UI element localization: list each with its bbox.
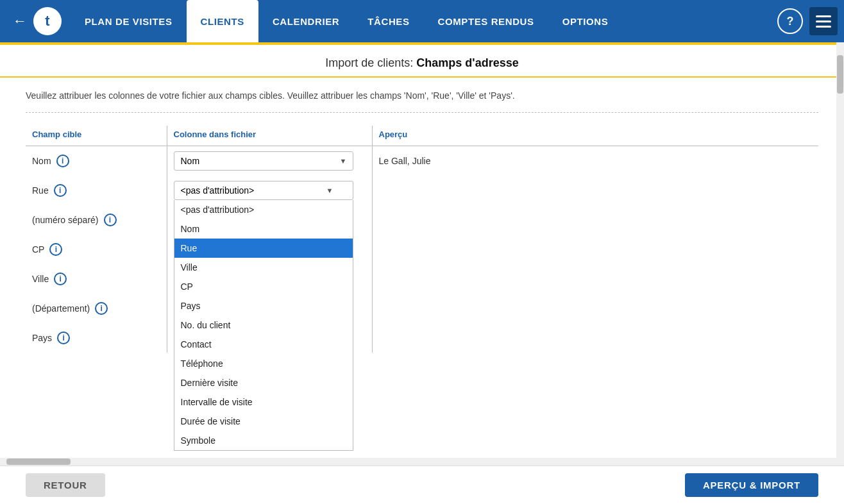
menu-icon-line xyxy=(816,21,831,22)
dropdown-item-no-client[interactable]: No. du client xyxy=(174,315,353,335)
menu-icon-line xyxy=(816,15,831,17)
dropdown-item-pas-attribution[interactable]: <pas d'attribution> xyxy=(174,200,353,219)
table-row: (Département) i <pas d'attribution> xyxy=(26,294,818,323)
field-row-cp: CP i xyxy=(32,243,160,256)
nav-item-calendrier[interactable]: CALENDRIER xyxy=(258,0,353,42)
table-row: (numéro séparé) i <pas d'attribution> xyxy=(26,205,818,235)
nav-item-taches[interactable]: TÂCHES xyxy=(353,0,423,42)
table-row: Nom i Nom Le Gall, Julie xyxy=(26,146,818,176)
navbar: ← t PLAN DE VISITES CLIENTS CALENDRIER T… xyxy=(0,0,844,42)
horizontal-scrollbar[interactable] xyxy=(0,458,836,466)
field-label-departement: (Département) xyxy=(32,303,90,314)
col-header-colonne: Colonne dans fichier xyxy=(167,126,372,146)
dropdown-item-ville[interactable]: Ville xyxy=(174,258,353,277)
info-icon-nom[interactable]: i xyxy=(56,155,69,167)
dropdown-item-pays[interactable]: Pays xyxy=(174,296,353,315)
apercu-nom: Le Gall, Julie xyxy=(379,156,431,166)
table-row: Ville i <pas d'attribution> xyxy=(26,264,818,294)
field-row-departement: (Département) i xyxy=(32,302,160,315)
page-header: Import de clients: Champs d'adresse xyxy=(0,45,844,78)
nav-item-plan-de-visites[interactable]: PLAN DE VISITES xyxy=(71,0,187,42)
field-row-ville: Ville i xyxy=(32,273,160,285)
dropdown-item-duree-visite[interactable]: Durée de visite xyxy=(174,412,353,431)
dropdown-item-contact[interactable]: Contact xyxy=(174,335,353,354)
retour-button[interactable]: RETOUR xyxy=(26,473,105,497)
field-label-numero: (numéro séparé) xyxy=(32,215,99,225)
dropdown-item-derniere-visite[interactable]: Dernière visite xyxy=(174,373,353,392)
import-button[interactable]: APERÇU & IMPORT xyxy=(685,473,818,497)
dropdown-trigger-value: <pas d'attribution> xyxy=(181,185,255,196)
dropdown-item-telephone[interactable]: Téléphone xyxy=(174,354,353,373)
field-row-numero: (numéro séparé) i xyxy=(32,214,160,226)
dropdown-item-rue[interactable]: Rue xyxy=(174,239,353,258)
page-title-prefix: Import de clients: xyxy=(325,56,416,69)
menu-button[interactable] xyxy=(809,7,838,35)
logo: t xyxy=(33,7,62,35)
scrollbar-thumb[interactable] xyxy=(837,55,843,94)
page-title-bold: Champs d'adresse xyxy=(416,56,518,69)
dropdown-item-intervalle-visite[interactable]: Intervalle de visite xyxy=(174,392,353,412)
field-label-pays: Pays xyxy=(32,333,52,343)
field-row-nom: Nom i xyxy=(32,155,160,167)
content: Veuillez attribuer les colonnes de votre… xyxy=(0,78,844,365)
table-row: Rue i <pas d'attribution> <pas d'attribu… xyxy=(26,176,818,205)
table-row: CP i <pas d'attribution> xyxy=(26,235,818,264)
nav-item-comptes-rendus[interactable]: COMPTES RENDUS xyxy=(424,0,548,42)
nav-item-options[interactable]: OPTIONS xyxy=(548,0,623,42)
field-label-ville: Ville xyxy=(32,274,49,284)
select-wrapper-nom: Nom xyxy=(174,151,353,171)
bottom-bar: RETOUR APERÇU & IMPORT xyxy=(0,466,844,504)
dropdown-list-rue: <pas d'attribution>NomRueVilleCPPaysNo. … xyxy=(174,200,353,451)
col-header-apercu: Aperçu xyxy=(372,126,818,146)
back-button[interactable]: ← xyxy=(6,13,33,29)
info-icon-cp[interactable]: i xyxy=(49,243,62,256)
menu-icon-line xyxy=(816,26,831,28)
help-button[interactable]: ? xyxy=(777,8,803,34)
field-label-cp: CP xyxy=(32,244,44,255)
info-icon-numero[interactable]: i xyxy=(104,214,117,226)
dropdown-trigger-rue[interactable]: <pas d'attribution> xyxy=(174,181,353,200)
mapping-table: Champ cible Colonne dans fichier Aperçu … xyxy=(26,126,818,353)
info-icon-rue[interactable]: i xyxy=(54,184,67,197)
instruction-text: Veuillez attribuer les colonnes de votre… xyxy=(26,90,818,113)
field-label-nom: Nom xyxy=(32,156,51,166)
dropdown-item-symbole[interactable]: Symbole xyxy=(174,431,353,450)
col-header-champ: Champ cible xyxy=(26,126,167,146)
info-icon-ville[interactable]: i xyxy=(54,273,67,285)
vertical-scrollbar[interactable] xyxy=(836,42,844,504)
field-label-rue: Rue xyxy=(32,185,49,196)
dropdown-wrapper-rue: <pas d'attribution> <pas d'attribution>N… xyxy=(174,181,353,200)
dropdown-item-cp[interactable]: CP xyxy=(174,277,353,296)
hscrollbar-thumb[interactable] xyxy=(6,458,71,465)
nav-item-clients[interactable]: CLIENTS xyxy=(187,0,258,42)
select-nom[interactable]: Nom xyxy=(174,151,353,171)
dropdown-item-nom[interactable]: Nom xyxy=(174,219,353,239)
table-row: Pays i <pas d'attribution> xyxy=(26,323,818,353)
field-row-pays: Pays i xyxy=(32,332,160,344)
info-icon-pays[interactable]: i xyxy=(57,332,70,344)
field-row-rue: Rue i xyxy=(32,184,160,197)
info-icon-departement[interactable]: i xyxy=(95,302,108,315)
